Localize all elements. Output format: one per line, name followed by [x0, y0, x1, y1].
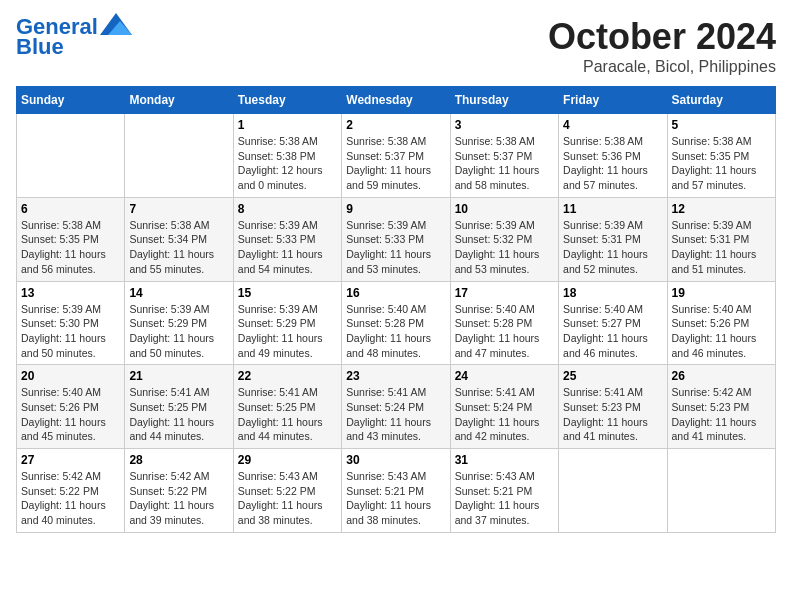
day-info: Sunrise: 5:39 AMSunset: 5:31 PMDaylight:… [672, 218, 771, 277]
calendar-cell: 1Sunrise: 5:38 AMSunset: 5:38 PMDaylight… [233, 114, 341, 198]
day-number: 12 [672, 202, 771, 216]
calendar-cell: 14Sunrise: 5:39 AMSunset: 5:29 PMDayligh… [125, 281, 233, 365]
header-monday: Monday [125, 87, 233, 114]
day-info: Sunrise: 5:38 AMSunset: 5:37 PMDaylight:… [346, 134, 445, 193]
calendar-cell: 23Sunrise: 5:41 AMSunset: 5:24 PMDayligh… [342, 365, 450, 449]
day-number: 19 [672, 286, 771, 300]
calendar-cell: 6Sunrise: 5:38 AMSunset: 5:35 PMDaylight… [17, 197, 125, 281]
header-wednesday: Wednesday [342, 87, 450, 114]
calendar-cell: 9Sunrise: 5:39 AMSunset: 5:33 PMDaylight… [342, 197, 450, 281]
day-number: 5 [672, 118, 771, 132]
day-info: Sunrise: 5:38 AMSunset: 5:34 PMDaylight:… [129, 218, 228, 277]
day-number: 31 [455, 453, 554, 467]
header-tuesday: Tuesday [233, 87, 341, 114]
calendar-cell: 27Sunrise: 5:42 AMSunset: 5:22 PMDayligh… [17, 449, 125, 533]
day-number: 24 [455, 369, 554, 383]
day-number: 6 [21, 202, 120, 216]
day-number: 26 [672, 369, 771, 383]
calendar-cell: 11Sunrise: 5:39 AMSunset: 5:31 PMDayligh… [559, 197, 667, 281]
day-info: Sunrise: 5:41 AMSunset: 5:23 PMDaylight:… [563, 385, 662, 444]
calendar-cell: 21Sunrise: 5:41 AMSunset: 5:25 PMDayligh… [125, 365, 233, 449]
calendar-cell: 12Sunrise: 5:39 AMSunset: 5:31 PMDayligh… [667, 197, 775, 281]
day-info: Sunrise: 5:41 AMSunset: 5:25 PMDaylight:… [129, 385, 228, 444]
day-info: Sunrise: 5:42 AMSunset: 5:22 PMDaylight:… [129, 469, 228, 528]
day-number: 17 [455, 286, 554, 300]
calendar-cell: 3Sunrise: 5:38 AMSunset: 5:37 PMDaylight… [450, 114, 558, 198]
day-info: Sunrise: 5:39 AMSunset: 5:33 PMDaylight:… [346, 218, 445, 277]
calendar-cell: 15Sunrise: 5:39 AMSunset: 5:29 PMDayligh… [233, 281, 341, 365]
calendar-cell: 16Sunrise: 5:40 AMSunset: 5:28 PMDayligh… [342, 281, 450, 365]
day-number: 16 [346, 286, 445, 300]
day-number: 9 [346, 202, 445, 216]
calendar-cell [559, 449, 667, 533]
day-number: 15 [238, 286, 337, 300]
title-block: October 2024 Paracale, Bicol, Philippine… [548, 16, 776, 76]
logo-text-blue: Blue [16, 36, 64, 58]
page-header: General Blue October 2024 Paracale, Bico… [16, 16, 776, 76]
week-row-4: 20Sunrise: 5:40 AMSunset: 5:26 PMDayligh… [17, 365, 776, 449]
day-number: 3 [455, 118, 554, 132]
day-info: Sunrise: 5:41 AMSunset: 5:24 PMDaylight:… [346, 385, 445, 444]
day-info: Sunrise: 5:38 AMSunset: 5:37 PMDaylight:… [455, 134, 554, 193]
day-info: Sunrise: 5:43 AMSunset: 5:22 PMDaylight:… [238, 469, 337, 528]
header-friday: Friday [559, 87, 667, 114]
header-thursday: Thursday [450, 87, 558, 114]
week-row-2: 6Sunrise: 5:38 AMSunset: 5:35 PMDaylight… [17, 197, 776, 281]
calendar-cell: 29Sunrise: 5:43 AMSunset: 5:22 PMDayligh… [233, 449, 341, 533]
calendar-subtitle: Paracale, Bicol, Philippines [548, 58, 776, 76]
calendar-cell: 24Sunrise: 5:41 AMSunset: 5:24 PMDayligh… [450, 365, 558, 449]
day-number: 21 [129, 369, 228, 383]
day-number: 23 [346, 369, 445, 383]
day-number: 18 [563, 286, 662, 300]
week-row-3: 13Sunrise: 5:39 AMSunset: 5:30 PMDayligh… [17, 281, 776, 365]
day-info: Sunrise: 5:38 AMSunset: 5:38 PMDaylight:… [238, 134, 337, 193]
day-info: Sunrise: 5:40 AMSunset: 5:26 PMDaylight:… [672, 302, 771, 361]
calendar-header-row: SundayMondayTuesdayWednesdayThursdayFrid… [17, 87, 776, 114]
calendar-cell [125, 114, 233, 198]
calendar-cell [667, 449, 775, 533]
day-info: Sunrise: 5:40 AMSunset: 5:26 PMDaylight:… [21, 385, 120, 444]
logo-icon [100, 13, 132, 35]
calendar-table: SundayMondayTuesdayWednesdayThursdayFrid… [16, 86, 776, 533]
calendar-cell: 7Sunrise: 5:38 AMSunset: 5:34 PMDaylight… [125, 197, 233, 281]
day-number: 27 [21, 453, 120, 467]
day-number: 10 [455, 202, 554, 216]
calendar-cell: 26Sunrise: 5:42 AMSunset: 5:23 PMDayligh… [667, 365, 775, 449]
week-row-5: 27Sunrise: 5:42 AMSunset: 5:22 PMDayligh… [17, 449, 776, 533]
day-number: 13 [21, 286, 120, 300]
day-number: 28 [129, 453, 228, 467]
calendar-cell [17, 114, 125, 198]
calendar-cell: 25Sunrise: 5:41 AMSunset: 5:23 PMDayligh… [559, 365, 667, 449]
calendar-title: October 2024 [548, 16, 776, 58]
header-saturday: Saturday [667, 87, 775, 114]
calendar-cell: 10Sunrise: 5:39 AMSunset: 5:32 PMDayligh… [450, 197, 558, 281]
day-info: Sunrise: 5:38 AMSunset: 5:36 PMDaylight:… [563, 134, 662, 193]
day-info: Sunrise: 5:39 AMSunset: 5:29 PMDaylight:… [238, 302, 337, 361]
logo: General Blue [16, 16, 132, 58]
calendar-cell: 22Sunrise: 5:41 AMSunset: 5:25 PMDayligh… [233, 365, 341, 449]
calendar-cell: 31Sunrise: 5:43 AMSunset: 5:21 PMDayligh… [450, 449, 558, 533]
week-row-1: 1Sunrise: 5:38 AMSunset: 5:38 PMDaylight… [17, 114, 776, 198]
day-info: Sunrise: 5:43 AMSunset: 5:21 PMDaylight:… [455, 469, 554, 528]
day-number: 14 [129, 286, 228, 300]
calendar-cell: 17Sunrise: 5:40 AMSunset: 5:28 PMDayligh… [450, 281, 558, 365]
day-info: Sunrise: 5:38 AMSunset: 5:35 PMDaylight:… [21, 218, 120, 277]
calendar-cell: 20Sunrise: 5:40 AMSunset: 5:26 PMDayligh… [17, 365, 125, 449]
day-number: 20 [21, 369, 120, 383]
day-number: 1 [238, 118, 337, 132]
header-sunday: Sunday [17, 87, 125, 114]
day-info: Sunrise: 5:41 AMSunset: 5:25 PMDaylight:… [238, 385, 337, 444]
calendar-cell: 28Sunrise: 5:42 AMSunset: 5:22 PMDayligh… [125, 449, 233, 533]
day-number: 25 [563, 369, 662, 383]
day-number: 8 [238, 202, 337, 216]
calendar-cell: 8Sunrise: 5:39 AMSunset: 5:33 PMDaylight… [233, 197, 341, 281]
day-number: 22 [238, 369, 337, 383]
day-info: Sunrise: 5:42 AMSunset: 5:23 PMDaylight:… [672, 385, 771, 444]
day-number: 29 [238, 453, 337, 467]
calendar-cell: 19Sunrise: 5:40 AMSunset: 5:26 PMDayligh… [667, 281, 775, 365]
day-number: 7 [129, 202, 228, 216]
day-number: 11 [563, 202, 662, 216]
day-number: 4 [563, 118, 662, 132]
calendar-cell: 30Sunrise: 5:43 AMSunset: 5:21 PMDayligh… [342, 449, 450, 533]
day-info: Sunrise: 5:42 AMSunset: 5:22 PMDaylight:… [21, 469, 120, 528]
